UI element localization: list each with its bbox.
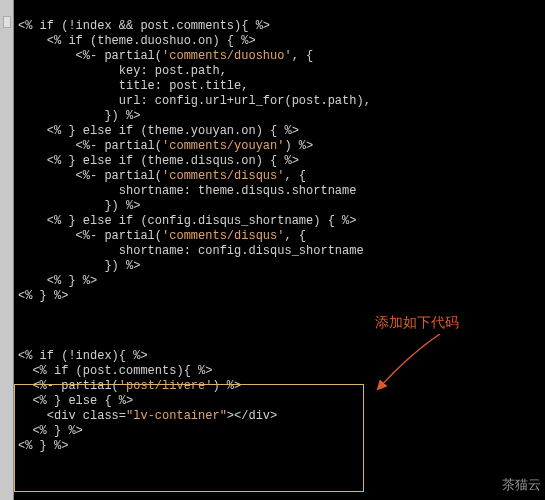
code-line: key: post.path,: [18, 64, 227, 78]
arrow-icon: [370, 334, 470, 394]
code-line: <%- partial('comments/duoshuo', {: [18, 49, 313, 63]
code-line: title: post.title,: [18, 79, 248, 93]
code-line: }) %>: [18, 109, 140, 123]
code-line: <%- partial('comments/disqus', {: [18, 169, 306, 183]
code-line: <% } else if (theme.disqus.on) { %>: [18, 154, 299, 168]
code-line: }) %>: [18, 259, 140, 273]
code-line: <% if (theme.duoshuo.on) { %>: [18, 34, 256, 48]
annotation-text: 添加如下代码: [375, 314, 459, 332]
code-line: <% if (post.comments){ %>: [18, 364, 212, 378]
code-line: <%- partial('comments/youyan') %>: [18, 139, 313, 153]
code-line: <%- partial('comments/disqus', {: [18, 229, 306, 243]
code-line: <% if (!index && post.comments){ %>: [18, 19, 270, 33]
watermark-text: 茶猫云: [502, 476, 541, 494]
code-line: <% if (!index){ %>: [18, 349, 148, 363]
editor-gutter: [0, 0, 14, 500]
code-line: }) %>: [18, 199, 140, 213]
code-line: shortname: theme.disqus.shortname: [18, 184, 356, 198]
code-line: <% } else if (theme.youyan.on) { %>: [18, 124, 299, 138]
gutter-marker: [3, 16, 11, 28]
highlight-box: [14, 384, 364, 492]
code-line: <% } else if (config.disqus_shortname) {…: [18, 214, 356, 228]
code-line: <% } %>: [18, 274, 97, 288]
code-line: <% } %>: [18, 289, 68, 303]
code-line: url: config.url+url_for(post.path),: [18, 94, 371, 108]
code-line: shortname: config.disqus_shortname: [18, 244, 364, 258]
